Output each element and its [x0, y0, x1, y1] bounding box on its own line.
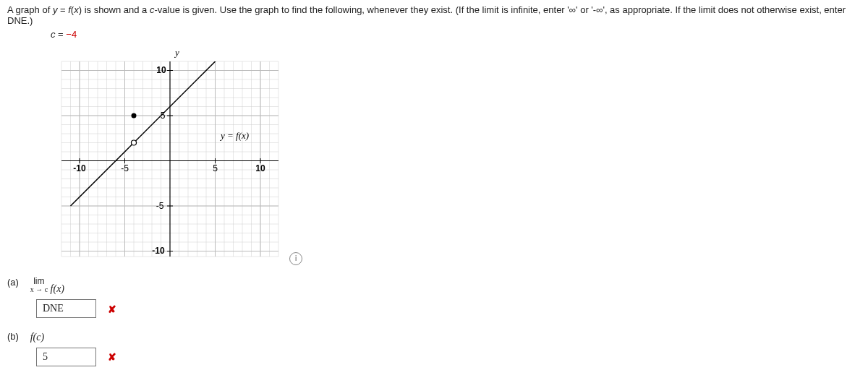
answer-input-a[interactable]: DNE [36, 299, 96, 318]
problem-statement: A graph of y = f(x) is shown and a c-val… [7, 4, 861, 26]
wrong-icon: ✘ [108, 304, 116, 315]
curve-label: y = f(x) [219, 130, 249, 141]
ytick-p10: 10 [156, 65, 166, 75]
xtick-n10: -10 [73, 163, 86, 173]
txt: = [57, 4, 68, 15]
ytick-n5: -5 [156, 201, 164, 211]
c-value: c = −4 [7, 29, 861, 40]
qb-label: (b) [7, 331, 27, 342]
xtick-p5: 5 [213, 163, 218, 173]
txt: A graph of [7, 4, 53, 15]
graph-container: y x y = f(x) -10 -5 5 10 10 5 -5 -10 i [7, 47, 282, 264]
lim-word: lim [30, 277, 48, 285]
svg-point-67 [132, 140, 137, 145]
graph-svg: y x y = f(x) -10 -5 5 10 10 5 -5 -10 [58, 47, 282, 264]
fx-expr: f(x) [51, 283, 64, 294]
c-number: −4 [66, 29, 77, 40]
question-a: (a) lim x → c f(x) DNE ✘ [7, 277, 861, 318]
xtick-p10: 10 [255, 163, 265, 173]
info-icon[interactable]: i [289, 252, 302, 265]
question-b: (b) f(c) 5 ✘ [7, 331, 861, 366]
ytick-p5: 5 [161, 111, 166, 121]
eq: = [56, 29, 67, 40]
qa-label: (a) [7, 277, 27, 288]
svg-point-68 [132, 113, 137, 119]
xtick-n5: -5 [121, 163, 129, 173]
y-axis-label: y [174, 47, 179, 58]
answer-input-b[interactable]: 5 [36, 348, 96, 366]
txt: ) is shown and a [79, 4, 150, 15]
ytick-n10: -10 [152, 246, 165, 256]
wrong-icon: ✘ [108, 351, 116, 363]
fc-expr: f(c) [30, 332, 44, 343]
svg-line-65 [71, 143, 135, 207]
